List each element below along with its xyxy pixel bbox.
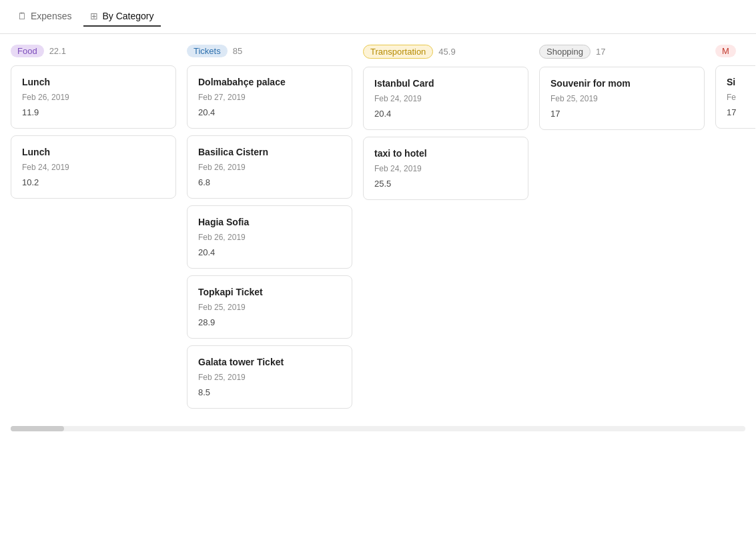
total-food: 22.1 — [49, 46, 66, 56]
card-amount: 20.4 — [374, 109, 517, 119]
card-date: Feb 26, 2019 — [198, 233, 341, 242]
tab-expenses[interactable]: 🗒 Expenses — [11, 7, 78, 27]
column-header-tickets: Tickets85 — [187, 45, 352, 57]
total-tickets: 85 — [233, 46, 242, 56]
scrollbar-thumb[interactable] — [11, 426, 64, 431]
card-amount: 20.4 — [198, 247, 341, 257]
category-icon: ⊞ — [90, 11, 98, 21]
expense-card[interactable]: Basilica CisternFeb 26, 20196.8 — [187, 135, 352, 199]
top-navigation: 🗒 Expenses ⊞ By Category — [0, 0, 756, 34]
column-shopping: Shopping17Souvenir for momFeb 25, 201917 — [539, 45, 705, 137]
column-header-transportation: Transportation45.9 — [363, 45, 528, 59]
expense-card[interactable]: taxi to hotelFeb 24, 201925.5 — [363, 137, 528, 200]
badge-shopping[interactable]: Shopping — [539, 45, 591, 59]
expense-card[interactable]: LunchFeb 26, 201911.9 — [11, 65, 176, 129]
column-transportation: Transportation45.9Istanbul CardFeb 24, 2… — [363, 45, 528, 207]
card-date: Feb 25, 2019 — [550, 94, 693, 103]
card-title: Hagia Sofia — [198, 217, 341, 227]
column-tickets: Tickets85Dolmabahçe palaceFeb 27, 201920… — [187, 45, 352, 415]
column-food: Food22.1LunchFeb 26, 201911.9LunchFeb 24… — [11, 45, 176, 205]
card-title: taxi to hotel — [374, 148, 517, 159]
expense-card[interactable]: Hagia SofiaFeb 26, 201920.4 — [187, 205, 352, 269]
card-amount: 11.9 — [22, 107, 165, 117]
expenses-icon: 🗒 — [17, 11, 27, 21]
card-amount: 17 — [550, 109, 693, 119]
expense-card[interactable]: SiFe17 — [715, 65, 755, 129]
expense-card[interactable]: Dolmabahçe palaceFeb 27, 201920.4 — [187, 65, 352, 129]
card-title: Galata tower Ticket — [198, 357, 341, 367]
expense-card[interactable]: Galata tower TicketFeb 25, 20198.5 — [187, 345, 352, 409]
badge-tickets[interactable]: Tickets — [187, 45, 228, 57]
card-date: Feb 24, 2019 — [22, 163, 165, 172]
total-shopping: 17 — [596, 47, 605, 57]
card-title: Topkapi Ticket — [198, 287, 341, 297]
badge-misc[interactable]: M — [715, 45, 736, 57]
card-amount: 8.5 — [198, 387, 341, 397]
card-date: Feb 25, 2019 — [198, 373, 341, 382]
card-amount: 20.4 — [198, 107, 341, 117]
column-header-misc: M — [715, 45, 755, 57]
expense-card[interactable]: Souvenir for momFeb 25, 201917 — [539, 67, 705, 130]
tab-by-category[interactable]: ⊞ By Category — [83, 7, 160, 27]
card-date: Fe — [727, 93, 755, 102]
total-transportation: 45.9 — [438, 47, 455, 57]
card-title: Lunch — [22, 77, 165, 87]
badge-transportation[interactable]: Transportation — [363, 45, 433, 59]
expense-card[interactable]: LunchFeb 24, 201910.2 — [11, 135, 176, 199]
card-amount: 10.2 — [22, 177, 165, 187]
tab-expenses-label: Expenses — [31, 11, 71, 21]
expense-card[interactable]: Topkapi TicketFeb 25, 201928.9 — [187, 275, 352, 339]
card-title: Dolmabahçe palace — [198, 77, 341, 87]
tab-by-category-label: By Category — [102, 11, 153, 21]
card-amount: 6.8 — [198, 177, 341, 187]
column-misc: MSiFe17 — [715, 45, 755, 135]
expense-card[interactable]: Istanbul CardFeb 24, 201920.4 — [363, 67, 528, 130]
card-date: Feb 27, 2019 — [198, 93, 341, 102]
kanban-board: Food22.1LunchFeb 26, 201911.9LunchFeb 24… — [0, 34, 756, 426]
card-amount: 17 — [727, 107, 755, 117]
card-date: Feb 26, 2019 — [198, 163, 341, 172]
card-date: Feb 26, 2019 — [22, 93, 165, 102]
card-amount: 28.9 — [198, 317, 341, 327]
column-header-shopping: Shopping17 — [539, 45, 705, 59]
card-title: Souvenir for mom — [550, 78, 693, 89]
card-date: Feb 24, 2019 — [374, 94, 517, 103]
badge-food[interactable]: Food — [11, 45, 44, 57]
card-title: Istanbul Card — [374, 78, 517, 89]
horizontal-scrollbar[interactable] — [11, 426, 745, 431]
card-title: Si — [727, 77, 755, 87]
card-title: Basilica Cistern — [198, 147, 341, 157]
column-header-food: Food22.1 — [11, 45, 176, 57]
card-date: Feb 24, 2019 — [374, 164, 517, 173]
card-amount: 25.5 — [374, 179, 517, 189]
card-date: Feb 25, 2019 — [198, 303, 341, 312]
card-title: Lunch — [22, 147, 165, 157]
